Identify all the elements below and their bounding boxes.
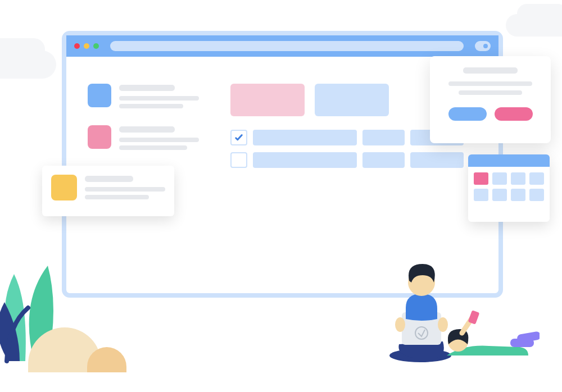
dialog-line-skeleton bbox=[448, 81, 532, 86]
dialog-card bbox=[430, 56, 551, 143]
checkbox[interactable] bbox=[230, 152, 247, 168]
table-cell bbox=[253, 130, 357, 145]
floating-text bbox=[85, 175, 165, 207]
card[interactable] bbox=[315, 84, 389, 116]
sidebar-item[interactable] bbox=[88, 84, 199, 112]
skeleton-line bbox=[85, 195, 149, 199]
dialog-buttons bbox=[441, 107, 540, 121]
svg-point-4 bbox=[395, 317, 405, 332]
skeleton-title bbox=[85, 176, 133, 182]
skeleton-line bbox=[119, 145, 187, 150]
sidebar-item-text bbox=[119, 84, 199, 112]
calendar-cell[interactable] bbox=[474, 172, 488, 185]
people-illustration bbox=[360, 252, 540, 364]
svg-rect-7 bbox=[516, 331, 540, 343]
sidebar-item[interactable] bbox=[88, 125, 199, 153]
cloud-decoration bbox=[506, 14, 562, 37]
cloud-decoration bbox=[0, 51, 56, 79]
calendar-cell[interactable] bbox=[511, 189, 525, 201]
minimize-icon[interactable] bbox=[84, 43, 89, 49]
maximize-icon[interactable] bbox=[93, 43, 99, 49]
dialog-line-skeleton bbox=[459, 90, 523, 95]
sidebar-thumbnail-icon bbox=[88, 125, 111, 149]
svg-point-5 bbox=[438, 317, 448, 332]
skeleton-title bbox=[119, 126, 175, 133]
dialog-primary-button[interactable] bbox=[448, 107, 487, 121]
address-bar-extension[interactable] bbox=[475, 41, 491, 51]
table-cell bbox=[253, 152, 357, 168]
calendar-cell[interactable] bbox=[492, 189, 507, 201]
skeleton-line bbox=[119, 104, 183, 108]
dialog-title-skeleton bbox=[463, 67, 517, 74]
floating-thumbnail-icon bbox=[51, 175, 77, 200]
table-row[interactable] bbox=[230, 152, 476, 168]
skeleton-title bbox=[119, 85, 175, 91]
floating-card[interactable] bbox=[42, 166, 174, 216]
sidebar-thumbnail-icon bbox=[88, 84, 111, 107]
calendar-cell[interactable] bbox=[529, 172, 544, 185]
skeleton-line bbox=[119, 138, 199, 142]
calendar-header bbox=[468, 154, 550, 167]
titlebar bbox=[66, 35, 498, 57]
traffic-lights bbox=[74, 43, 99, 49]
sidebar-item-text bbox=[119, 125, 199, 153]
address-bar[interactable] bbox=[110, 41, 464, 51]
card[interactable] bbox=[230, 84, 305, 116]
check-icon bbox=[234, 133, 244, 143]
calendar-cell[interactable] bbox=[529, 189, 544, 201]
table-cell bbox=[410, 152, 464, 168]
close-icon[interactable] bbox=[74, 43, 80, 49]
calendar-cell[interactable] bbox=[511, 172, 525, 185]
skeleton-line bbox=[85, 187, 165, 192]
svg-rect-9 bbox=[468, 310, 480, 324]
skeleton-line bbox=[119, 96, 199, 101]
dialog-secondary-button[interactable] bbox=[495, 107, 533, 121]
table-cell bbox=[362, 152, 405, 168]
table-cell bbox=[362, 130, 405, 145]
calendar-cell[interactable] bbox=[474, 189, 488, 201]
calendar-widget bbox=[468, 154, 550, 222]
calendar-cell[interactable] bbox=[492, 172, 507, 185]
calendar-grid bbox=[468, 167, 550, 207]
checkbox[interactable] bbox=[230, 130, 247, 145]
